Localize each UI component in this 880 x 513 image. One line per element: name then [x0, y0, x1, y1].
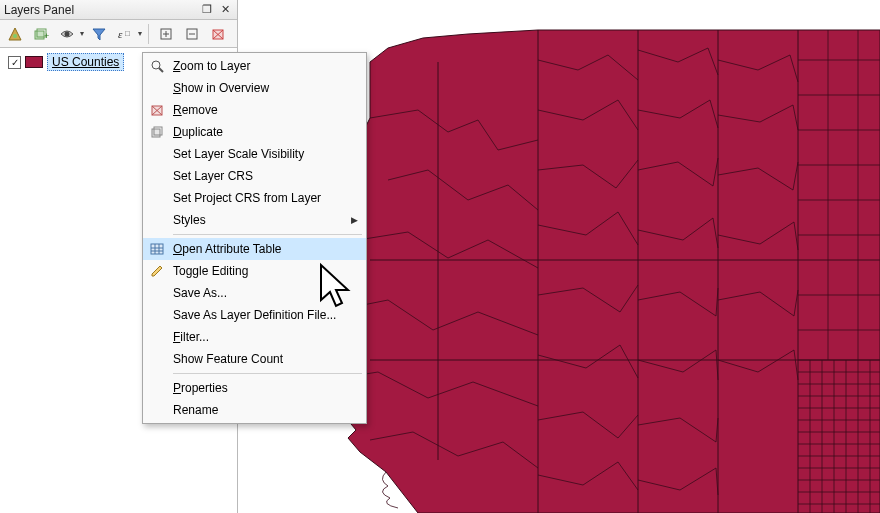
svg-rect-59 [151, 244, 163, 254]
layer-context-menu[interactable]: Zoom to LayerShow in OverviewRemoveDupli… [142, 52, 367, 424]
expand-all-icon[interactable] [155, 23, 177, 45]
svg-rect-1 [35, 31, 44, 39]
menu-item-rename[interactable]: Rename [143, 399, 366, 421]
chevron-down-icon[interactable]: ▾ [80, 29, 84, 38]
style-manager-icon[interactable] [4, 23, 26, 45]
manage-visibility-icon[interactable] [56, 23, 78, 45]
layers-toolbar: + ▾ ε□ ▾ [0, 20, 237, 48]
menu-item-properties[interactable]: Properties [143, 377, 366, 399]
menu-item-toggle-editing[interactable]: Toggle Editing [143, 260, 366, 282]
svg-point-4 [65, 31, 70, 36]
menu-item-label: Toggle Editing [173, 264, 248, 278]
menu-item-label: Remove [173, 103, 218, 117]
chevron-down-icon[interactable]: ▾ [138, 29, 142, 38]
add-group-icon[interactable]: + [30, 23, 52, 45]
svg-text:ε: ε [118, 28, 123, 40]
menu-item-duplicate[interactable]: Duplicate [143, 121, 366, 143]
menu-item-filter[interactable]: Filter... [143, 326, 366, 348]
menu-item-label: Save As Layer Definition File... [173, 308, 336, 322]
menu-item-save-as[interactable]: Save As... [143, 282, 366, 304]
svg-text:□: □ [125, 29, 130, 38]
svg-point-52 [152, 61, 160, 69]
menu-item-show-feature-count[interactable]: Show Feature Count [143, 348, 366, 370]
menu-item-open-attribute-table[interactable]: Open Attribute Table [143, 238, 366, 260]
svg-point-0 [13, 34, 17, 38]
layer-visibility-checkbox[interactable]: ✓ [8, 56, 21, 69]
menu-item-remove[interactable]: Remove [143, 99, 366, 121]
pencil-icon [149, 263, 165, 279]
blank-icon [149, 146, 165, 162]
menu-item-label: Save As... [173, 286, 227, 300]
blank-icon [149, 168, 165, 184]
menu-separator [173, 234, 362, 235]
menu-item-show-in-overview[interactable]: Show in Overview [143, 77, 366, 99]
menu-item-label: Zoom to Layer [173, 59, 250, 73]
menu-item-label: Show Feature Count [173, 352, 283, 366]
duplicate-icon [149, 124, 165, 140]
menu-item-label: Set Layer Scale Visibility [173, 147, 304, 161]
layer-swatch [25, 56, 43, 68]
blank-icon [149, 351, 165, 367]
menu-item-label: Filter... [173, 330, 209, 344]
menu-item-zoom-to-layer[interactable]: Zoom to Layer [143, 55, 366, 77]
blank-icon [149, 402, 165, 418]
menu-separator [173, 373, 362, 374]
expression-filter-icon[interactable]: ε□ [114, 23, 136, 45]
menu-item-label: Set Layer CRS [173, 169, 253, 183]
menu-item-label: Rename [173, 403, 218, 417]
filter-legend-icon[interactable] [88, 23, 110, 45]
menu-item-label: Open Attribute Table [173, 242, 282, 256]
panel-title: Layers Panel [4, 0, 197, 20]
menu-item-label: Duplicate [173, 125, 223, 139]
blank-icon [149, 285, 165, 301]
remove-layer-icon[interactable] [207, 23, 229, 45]
menu-item-save-as-layer-definition-file[interactable]: Save As Layer Definition File... [143, 304, 366, 326]
menu-item-label: Set Project CRS from Layer [173, 191, 321, 205]
chevron-right-icon: ▶ [351, 215, 358, 225]
menu-item-label: Properties [173, 381, 228, 395]
blank-icon [149, 307, 165, 323]
menu-item-label: Show in Overview [173, 81, 269, 95]
close-panel-button[interactable]: ✕ [217, 2, 233, 18]
blank-icon [149, 212, 165, 228]
blank-icon [149, 80, 165, 96]
menu-item-styles[interactable]: Styles▶ [143, 209, 366, 231]
menu-item-label: Styles [173, 213, 206, 227]
blank-icon [149, 329, 165, 345]
menu-item-set-layer-crs[interactable]: Set Layer CRS [143, 165, 366, 187]
svg-rect-57 [152, 129, 160, 137]
collapse-all-icon[interactable] [181, 23, 203, 45]
zoom-icon [149, 58, 165, 74]
dock-toggle-button[interactable]: ❐ [199, 2, 215, 18]
menu-item-set-project-crs-from-layer[interactable]: Set Project CRS from Layer [143, 187, 366, 209]
svg-text:+: + [44, 31, 49, 41]
menu-item-set-layer-scale-visibility[interactable]: Set Layer Scale Visibility [143, 143, 366, 165]
blank-icon [149, 190, 165, 206]
remove-icon [149, 102, 165, 118]
svg-line-53 [159, 68, 163, 72]
blank-icon [149, 380, 165, 396]
layer-name-label[interactable]: US Counties [47, 53, 124, 71]
table-icon [149, 241, 165, 257]
toolbar-separator [148, 24, 149, 44]
panel-header: Layers Panel ❐ ✕ [0, 0, 237, 20]
